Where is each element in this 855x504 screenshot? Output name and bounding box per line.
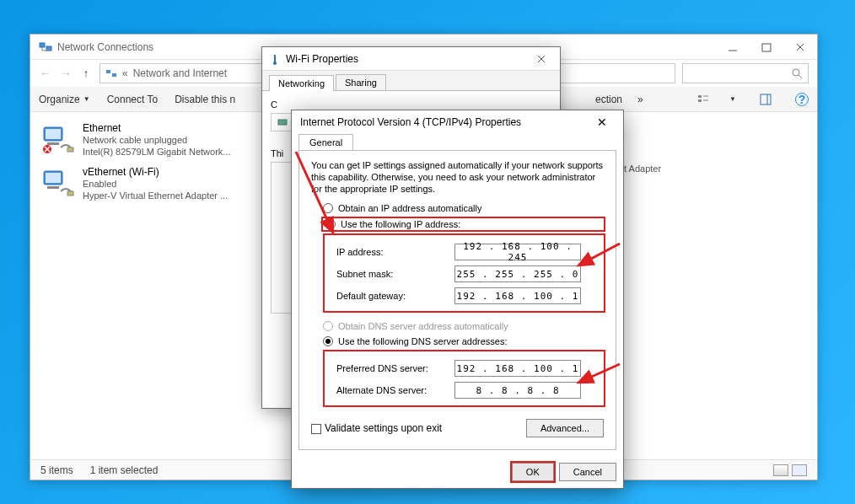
svg-rect-13 (698, 95, 702, 98)
network-icon (105, 67, 117, 79)
toolbar-overflow[interactable]: » (637, 94, 643, 105)
adapter-device: Intel(R) 82579LM Gigabit Network... (83, 146, 230, 158)
ipv4-properties-window: Internet Protocol Version 4 (TCP/IPv4) P… (291, 110, 624, 489)
adapter-status: Enabled (83, 178, 228, 190)
svg-rect-21 (47, 142, 59, 145)
ok-button[interactable]: OK (512, 463, 554, 481)
radio-use-ip[interactable]: Use the following IP address: (323, 218, 604, 230)
connect-to-button[interactable]: Connect To (107, 94, 159, 105)
view-chevron[interactable]: ▼ (729, 95, 736, 103)
wifi-titlebar: Wi-Fi Properties (262, 47, 560, 71)
maximize-button[interactable] (750, 35, 783, 59)
svg-rect-0 (40, 43, 45, 47)
input-preferred-dns[interactable]: 192 . 168 . 100 . 1 (454, 360, 581, 377)
minimize-button[interactable] (716, 35, 750, 59)
ipv4-button-row: OK Cancel (292, 458, 623, 488)
label-subnet: Subnet mask: (336, 269, 454, 279)
wifi-close-button[interactable] (530, 50, 553, 68)
view-details-icon[interactable] (773, 464, 788, 476)
label-alt-dns: Alternate DNS server: (336, 385, 454, 395)
toolbar-spill-text: ection (595, 94, 622, 105)
input-alternate-dns[interactable]: 8 . 8 . 8 . 8 (454, 382, 581, 399)
label-gateway: Default gateway: (336, 291, 454, 301)
tab-networking[interactable]: Networking (269, 75, 334, 91)
svg-rect-10 (112, 73, 116, 77)
svg-rect-9 (106, 70, 110, 73)
disable-button[interactable]: Disable this n (175, 94, 235, 105)
radio-obtain-ip[interactable]: Obtain an IP address automatically (323, 203, 604, 213)
input-ip-address[interactable]: 192 . 168 . 100 . 245 (454, 244, 581, 260)
ethernet-icon (40, 122, 74, 156)
svg-point-31 (273, 62, 277, 65)
forward-button[interactable]: → (59, 67, 73, 80)
label-ip: IP address: (336, 247, 454, 257)
tab-sharing[interactable]: Sharing (336, 74, 386, 90)
up-button[interactable]: ↑ (79, 67, 93, 80)
input-subnet-mask[interactable]: 255 . 255 . 255 . 0 (454, 265, 581, 282)
svg-rect-17 (761, 94, 771, 105)
svg-line-12 (799, 75, 802, 78)
label-pref-dns: Preferred DNS server: (336, 363, 454, 373)
ipv4-title-text: Internet Protocol Version 4 (TCP/IPv4) P… (300, 116, 521, 128)
advanced-button[interactable]: Advanced... (526, 419, 604, 437)
help-button[interactable]: ? (795, 93, 809, 106)
svg-rect-14 (698, 99, 702, 102)
svg-point-11 (793, 69, 799, 76)
organize-menu[interactable]: Organize ▼ (39, 94, 90, 105)
adapter-vethernet[interactable]: vEthernet (Wi-Fi) Enabled Hyper-V Virtua… (39, 164, 258, 203)
ipv4-close-button[interactable]: ✕ (589, 113, 615, 131)
preview-pane-icon[interactable] (760, 94, 772, 105)
breadcrumb[interactable]: Network and Internet (133, 67, 227, 79)
network-connections-icon (39, 40, 52, 54)
validate-checkbox[interactable]: Validate settings upon exit (311, 422, 442, 434)
view-menu-icon[interactable] (697, 94, 709, 105)
adapter-ethernet[interactable]: Ethernet Network cable unplugged Intel(R… (39, 121, 258, 159)
adapter-name: Ethernet (83, 122, 230, 134)
search-icon (791, 67, 803, 79)
wifi-icon (269, 53, 281, 65)
svg-rect-28 (47, 186, 59, 189)
svg-rect-27 (46, 173, 61, 183)
close-button[interactable] (783, 35, 817, 59)
svg-rect-6 (762, 44, 771, 51)
view-large-icon[interactable] (792, 464, 807, 476)
search-field[interactable] (682, 63, 809, 83)
adapter-name: vEthernet (Wi-Fi) (83, 166, 228, 178)
connect-using-label: C (271, 99, 551, 110)
wifi-tabrow: Networking Sharing (262, 71, 560, 90)
wifi-title-text: Wi-Fi Properties (286, 53, 358, 65)
status-item-count: 5 items (40, 464, 73, 476)
adapter-device: Hyper-V Virtual Ethernet Adapter ... (83, 190, 228, 201)
ipv4-description: You can get IP settings assigned automat… (311, 159, 604, 195)
nc-title: Network Connections (57, 41, 153, 53)
svg-rect-20 (46, 129, 61, 139)
input-default-gateway[interactable]: 192 . 168 . 100 . 1 (454, 287, 581, 304)
status-selected-count: 1 item selected (90, 464, 159, 476)
svg-rect-25 (67, 147, 73, 152)
back-button[interactable]: ← (39, 67, 52, 80)
radio-obtain-dns: Obtain DNS server address automatically (323, 321, 604, 331)
cancel-button[interactable]: Cancel (559, 463, 616, 481)
radio-use-dns[interactable]: Use the following DNS server addresses: (323, 336, 604, 346)
hidden-adapter-text: et Adapter (619, 164, 661, 174)
breadcrumb-prefix: « (122, 67, 128, 79)
adapter-status: Network cable unplugged (83, 134, 230, 146)
ipv4-titlebar: Internet Protocol Version 4 (TCP/IPv4) P… (292, 110, 623, 134)
svg-rect-29 (67, 191, 73, 196)
tab-general[interactable]: General (298, 134, 353, 151)
ipv4-tab-pane: You can get IP settings assigned automat… (298, 150, 616, 450)
adapter-small-icon (277, 116, 288, 128)
ipv4-tabrow: General (292, 134, 623, 151)
vethernet-icon (40, 166, 74, 200)
svg-rect-34 (278, 120, 287, 125)
